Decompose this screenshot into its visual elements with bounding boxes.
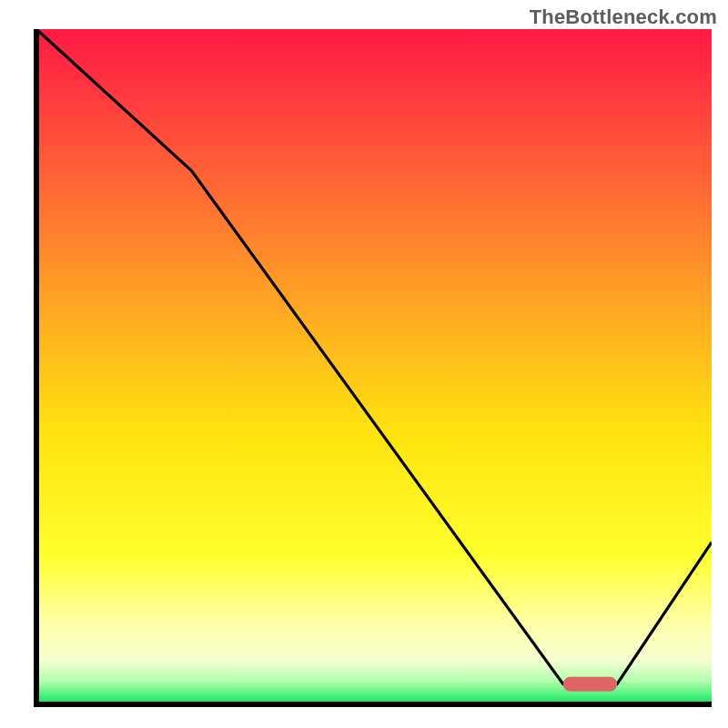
bottleneck-chart xyxy=(0,0,728,728)
optimal-range-marker xyxy=(563,677,617,692)
watermark-text: TheBottleneck.com xyxy=(530,5,717,29)
plot-background xyxy=(36,29,712,704)
chart-container: TheBottleneck.com xyxy=(0,0,728,728)
